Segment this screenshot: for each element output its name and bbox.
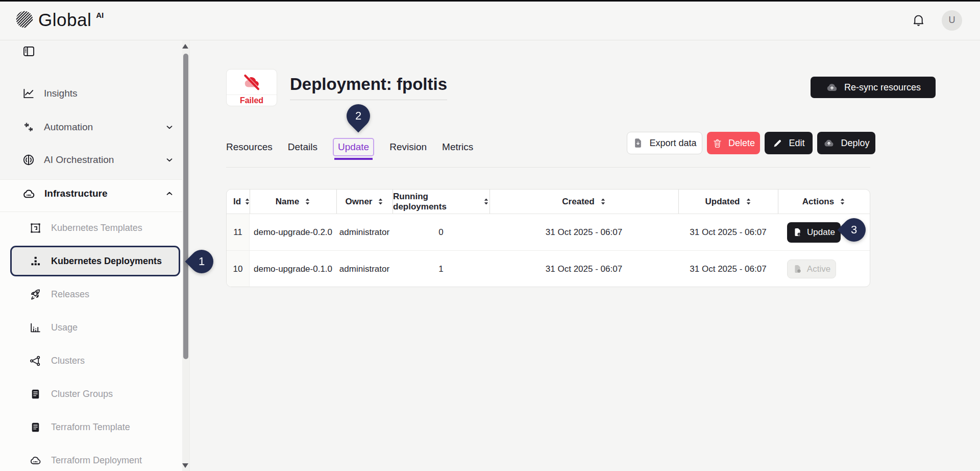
sidebar-item-infrastructure[interactable]: Infrastructure xyxy=(22,183,174,204)
user-avatar[interactable]: U xyxy=(942,10,962,31)
kubernetes-deployments-icon xyxy=(29,255,42,268)
table-row[interactable]: 10 demo-upgrade-0.1.0 administrator 1 31… xyxy=(227,250,870,287)
window-top-strip xyxy=(0,0,980,2)
resync-resources-label: Re-sync resources xyxy=(844,82,921,93)
export-data-button[interactable]: Export data xyxy=(627,132,702,154)
chevron-down-icon xyxy=(165,123,174,132)
status-badge: Failed xyxy=(226,69,277,106)
sidebar-item-terraform-template[interactable]: Terraform Template xyxy=(29,417,177,437)
sidebar-item-usage[interactable]: Usage xyxy=(29,317,177,338)
sidebar-item-label: Automation xyxy=(44,122,93,133)
scrollbar-thumb[interactable] xyxy=(183,54,188,359)
app-window: Global AI U xyxy=(0,0,980,471)
sidebar-item-kubernetes-deployments[interactable]: Kubernetes Deployments xyxy=(10,246,180,276)
edit-label: Edit xyxy=(789,138,804,149)
scrollbar-up-arrow[interactable] xyxy=(182,44,188,49)
column-header-running-deployments[interactable]: Running deployments xyxy=(393,190,489,214)
brand-logo[interactable]: Global AI xyxy=(15,10,104,30)
column-header-actions[interactable]: Actions xyxy=(778,190,870,214)
annotation-pin-3: 3 xyxy=(842,218,866,242)
sidebar-item-ai-orchestration[interactable]: AI Orchestration xyxy=(22,150,174,170)
delete-label: Delete xyxy=(728,138,755,149)
edit-button[interactable]: Edit xyxy=(765,132,813,154)
sidebar-item-kubernetes-templates[interactable]: Kubernetes Templates xyxy=(29,218,177,238)
tab-update[interactable]: Update xyxy=(333,138,374,156)
brain-icon xyxy=(22,153,35,167)
tab-details[interactable]: Details xyxy=(288,142,317,153)
annotation-number: 3 xyxy=(842,218,866,242)
tab-resources[interactable]: Resources xyxy=(226,142,273,153)
column-header-id[interactable]: Id xyxy=(227,190,250,214)
topbar-right: U xyxy=(912,0,962,40)
column-label: Actions xyxy=(802,197,834,207)
sidebar: Insights Automation xyxy=(0,40,190,471)
avatar-initial: U xyxy=(949,15,955,26)
clusters-icon xyxy=(29,355,42,367)
row-action-label: Active xyxy=(807,264,830,274)
brand-name: Global xyxy=(38,10,91,30)
table-header-row: Id Name Owner Running deployments Create… xyxy=(227,190,870,214)
kubernetes-templates-icon xyxy=(29,222,42,234)
cloud-plus-icon xyxy=(825,81,839,94)
column-header-name[interactable]: Name xyxy=(250,190,336,214)
sidebar-group-infrastructure: Infrastructure Kubernet xyxy=(0,179,182,471)
sidebar-item-clusters[interactable]: Clusters xyxy=(29,350,177,371)
cell-actions: Active xyxy=(778,260,870,278)
deploy-button[interactable]: Deploy xyxy=(817,132,875,154)
cell-created: 31 Oct 2025 - 06:07 xyxy=(489,227,678,238)
sidebar-item-label: Kubernetes Templates xyxy=(51,223,142,233)
file-info-icon xyxy=(793,264,802,274)
column-label: Name xyxy=(276,197,299,207)
status-badge-label: Failed xyxy=(227,95,277,106)
sidebar-item-label: Terraform Deployment xyxy=(51,455,142,466)
annotation-pin-1: 1 xyxy=(190,250,213,273)
sidebar-item-label: Terraform Template xyxy=(51,422,130,433)
page-title: Deployment: fpoltis xyxy=(290,75,447,100)
resync-resources-button[interactable]: Re-sync resources xyxy=(811,77,936,98)
chevron-down-icon xyxy=(165,155,174,164)
annotation-pin-2: 2 xyxy=(347,104,370,128)
column-header-updated[interactable]: Updated xyxy=(678,190,778,214)
trash-icon xyxy=(712,138,723,149)
sidebar-item-label: Clusters xyxy=(51,356,85,366)
cloud-up-icon xyxy=(823,137,835,149)
cloud-icon xyxy=(22,187,36,201)
sort-icon xyxy=(839,198,846,205)
brand-suffix: AI xyxy=(96,11,104,19)
tab-bar: Resources Details Update Revision Metric… xyxy=(226,135,473,159)
column-header-owner[interactable]: Owner xyxy=(336,190,393,214)
export-data-label: Export data xyxy=(649,138,696,149)
delete-button[interactable]: Delete xyxy=(707,132,760,154)
sidebar-item-label: Cluster Groups xyxy=(51,389,113,399)
sidebar-item-insights[interactable]: Insights xyxy=(22,83,174,104)
cloud-icon xyxy=(29,454,42,467)
sidebar-item-releases[interactable]: Releases xyxy=(29,284,177,304)
scrollbar-down-arrow[interactable] xyxy=(182,463,188,468)
bell-icon[interactable] xyxy=(912,13,925,27)
cell-updated: 31 Oct 2025 - 06:07 xyxy=(678,264,778,274)
sidebar-item-cluster-groups[interactable]: Cluster Groups xyxy=(29,384,177,404)
deployments-table: Id Name Owner Running deployments Create… xyxy=(226,189,870,287)
row-action-label: Update xyxy=(807,227,835,238)
column-label: Created xyxy=(562,197,594,207)
row-update-button[interactable]: Update xyxy=(787,222,841,243)
sort-icon xyxy=(745,198,752,205)
annotation-number: 1 xyxy=(190,250,213,273)
sort-icon xyxy=(483,198,489,205)
cell-running-deployments: 0 xyxy=(393,227,489,238)
tab-revision[interactable]: Revision xyxy=(389,142,427,153)
sidebar-item-label: Insights xyxy=(44,88,77,99)
sidebar-item-label: Infrastructure xyxy=(44,188,108,199)
cell-owner: administrator xyxy=(336,227,393,238)
column-header-created[interactable]: Created xyxy=(489,190,678,214)
cell-name: demo-upgrade-0.1.0 xyxy=(250,264,336,274)
table-row[interactable]: 11 demo-upgrade-0.2.0 administrator 0 31… xyxy=(227,214,870,250)
sidebar-item-terraform-deployment[interactable]: Terraform Deployment xyxy=(29,450,177,470)
sidebar-item-automation[interactable]: Automation xyxy=(22,117,174,137)
tab-metrics[interactable]: Metrics xyxy=(442,142,473,153)
column-label: Updated xyxy=(705,197,740,207)
sidebar-toggle-icon[interactable] xyxy=(22,44,36,59)
column-label: Id xyxy=(233,197,241,207)
document-icon xyxy=(29,388,42,401)
insights-icon xyxy=(22,87,35,100)
